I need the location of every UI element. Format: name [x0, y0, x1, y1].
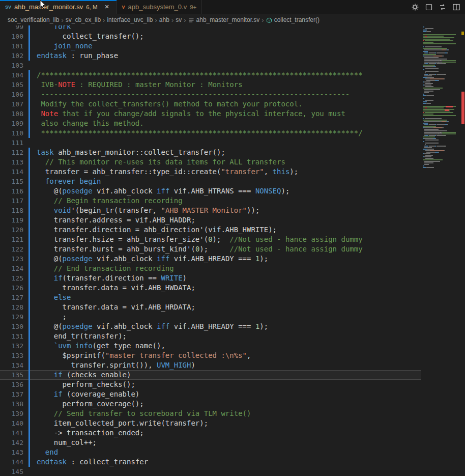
- split-editor-icon[interactable]: [452, 3, 460, 11]
- line-number[interactable]: 131: [0, 331, 23, 341]
- line-number[interactable]: 118: [0, 206, 23, 215]
- line-number[interactable]: 112: [0, 148, 23, 157]
- breadcrumb-item[interactable]: soc_verification_lib: [8, 16, 59, 23]
- line-number[interactable]: 103: [0, 61, 23, 70]
- line-number[interactable]: 139: [0, 409, 23, 418]
- code-line-119[interactable]: 119 transfer.address = vif.AHB_HADDR;: [0, 215, 465, 225]
- breadcrumb-item[interactable]: ahb: [159, 16, 169, 23]
- line-number[interactable]: 104: [0, 70, 23, 80]
- line-number[interactable]: 121: [0, 235, 23, 244]
- code-line-128[interactable]: 128 transfer.data = vif.AHB_HRDATA;: [0, 302, 465, 312]
- code-line-125[interactable]: 125 if(transfer.direction == WRITE): [0, 273, 465, 283]
- code-line-115[interactable]: 115 forever begin: [0, 177, 465, 186]
- code-line-140[interactable]: 140 item_collected_port.write(transfer);: [0, 418, 465, 428]
- code-line-114[interactable]: 114 transfer = ahb_transfer::type_id::cr…: [0, 167, 465, 177]
- line-number[interactable]: 125: [0, 273, 23, 283]
- tab-apb-subsystem[interactable]: V apb_subsystem_0.v 9+: [117, 0, 202, 14]
- line-number[interactable]: 123: [0, 254, 23, 264]
- code-line-126[interactable]: 126 transfer.data = vif.AHB_HWDATA;: [0, 283, 465, 293]
- code-line-112[interactable]: 112task ahb_master_monitor::collect_tran…: [0, 148, 465, 157]
- line-number[interactable]: 128: [0, 302, 23, 312]
- line-number[interactable]: 114: [0, 167, 23, 177]
- code-line-113[interactable]: 113 // This monitor re-uses its data ite…: [0, 157, 465, 167]
- code-line-101[interactable]: 101 join_none: [0, 41, 465, 51]
- line-number[interactable]: 102: [0, 51, 23, 61]
- code-line-133[interactable]: 133 $psprintf("master transfer collected…: [0, 351, 465, 360]
- code-line-121[interactable]: 121 transfer.hsize = ahb_transfer_size'(…: [0, 235, 465, 244]
- code-line-111[interactable]: 111: [0, 138, 465, 148]
- line-number[interactable]: 134: [0, 360, 23, 370]
- code-line-109[interactable]: 109 also change this method.: [0, 119, 465, 128]
- line-number[interactable]: 137: [0, 389, 23, 399]
- breadcrumb-item[interactable]: ahb_master_monitor.sv: [196, 16, 260, 23]
- line-number[interactable]: 111: [0, 138, 23, 148]
- code-line-137[interactable]: 137 if (coverage_enable): [0, 389, 465, 399]
- code-line-108[interactable]: 108 Note that if you change/add signals …: [0, 109, 465, 119]
- line-number[interactable]: 141: [0, 428, 23, 438]
- code-line-123[interactable]: 123 @(posedge vif.ahb_clock iff vif.AHB_…: [0, 254, 465, 264]
- code-line-145[interactable]: 145: [0, 467, 465, 476]
- code-line-110[interactable]: 110 ************************************…: [0, 128, 465, 138]
- code-line-104[interactable]: 104/************************************…: [0, 70, 465, 80]
- code-line-134[interactable]: 134 transfer.sprint()), UVM_HIGH): [0, 360, 465, 370]
- line-number[interactable]: 108: [0, 109, 23, 119]
- code-line-138[interactable]: 138 perform_coverage();: [0, 399, 465, 409]
- line-number[interactable]: 142: [0, 438, 23, 447]
- breadcrumb-item[interactable]: sv_cb_ex_lib: [66, 16, 101, 23]
- toggle-layout-icon[interactable]: [425, 3, 433, 11]
- code-editor[interactable]: 99 fork100 collect_transfer();101 join_n…: [0, 25, 465, 476]
- line-number[interactable]: 100: [0, 32, 23, 41]
- code-line-131[interactable]: 131 end_tr(transfer);: [0, 331, 465, 341]
- line-number[interactable]: 117: [0, 196, 23, 206]
- code-line-99[interactable]: 99 fork: [0, 25, 465, 32]
- code-line-144[interactable]: 144endtask : collect_transfer: [0, 457, 465, 467]
- line-number[interactable]: 119: [0, 215, 23, 225]
- line-number[interactable]: 101: [0, 41, 23, 51]
- line-number[interactable]: 99: [0, 25, 23, 32]
- breadcrumb-item[interactable]: sv: [176, 16, 182, 23]
- close-icon[interactable]: ×: [103, 3, 111, 11]
- code-line-139[interactable]: 139 // Send transfer to scoreboard via T…: [0, 409, 465, 418]
- code-line-129[interactable]: 129 ;: [0, 312, 465, 322]
- minimap[interactable]: [421, 25, 465, 476]
- line-number[interactable]: 129: [0, 312, 23, 322]
- line-number[interactable]: 136: [0, 380, 23, 389]
- line-number[interactable]: 113: [0, 157, 23, 167]
- line-number[interactable]: 140: [0, 418, 23, 428]
- code-line-100[interactable]: 100 collect_transfer();: [0, 32, 465, 41]
- line-number[interactable]: 110: [0, 128, 23, 138]
- breadcrumb-item[interactable]: collect_transfer(): [274, 16, 319, 23]
- line-number[interactable]: 124: [0, 264, 23, 273]
- tab-ahb-master-monitor[interactable]: SV ahb_master_monitor.sv 6, M ×: [0, 0, 117, 14]
- line-number[interactable]: 106: [0, 90, 23, 99]
- code-line-141[interactable]: 141 -> transaction_ended;: [0, 428, 465, 438]
- line-number[interactable]: 105: [0, 80, 23, 90]
- settings-gear-icon[interactable]: [411, 3, 419, 11]
- code-line-120[interactable]: 120 transfer.direction = ahb_direction'(…: [0, 225, 465, 235]
- line-number[interactable]: 127: [0, 293, 23, 302]
- code-line-136[interactable]: 136 perform_checks();: [0, 380, 465, 389]
- code-line-105[interactable]: 105 IVB-NOTE : REQUIRED : master Monitor…: [0, 80, 465, 90]
- switch-editors-icon[interactable]: [439, 3, 447, 11]
- code-line-122[interactable]: 122 transfer.burst = ahb_burst_kind'(0);…: [0, 244, 465, 254]
- code-line-116[interactable]: 116 @(posedge vif.ahb_clock iff vif.AHB_…: [0, 186, 465, 196]
- code-line-103[interactable]: 103: [0, 61, 465, 70]
- code-line-135[interactable]: 135 if (checks_enable): [0, 370, 465, 380]
- code-line-132[interactable]: 132 `uvm_info(get_type_name(),: [0, 341, 465, 351]
- code-line-127[interactable]: 127 else: [0, 293, 465, 302]
- code-line-124[interactable]: 124 // End transaction recording: [0, 264, 465, 273]
- code-line-107[interactable]: 107 Modify the collect_transfers() metho…: [0, 99, 465, 109]
- overview-ruler[interactable]: [460, 25, 465, 476]
- code-line-118[interactable]: 118 void'(begin_tr(transfer, "AHB MASTER…: [0, 206, 465, 215]
- line-number[interactable]: 143: [0, 447, 23, 457]
- line-number[interactable]: 120: [0, 225, 23, 235]
- line-number[interactable]: 132: [0, 341, 23, 351]
- line-number[interactable]: 138: [0, 399, 23, 409]
- line-number[interactable]: 115: [0, 177, 23, 186]
- line-number[interactable]: 126: [0, 283, 23, 293]
- breadcrumb-item[interactable]: interface_uvc_lib: [107, 16, 153, 23]
- line-number[interactable]: 109: [0, 119, 23, 128]
- line-number[interactable]: 144: [0, 457, 23, 467]
- line-number[interactable]: 116: [0, 186, 23, 196]
- line-number[interactable]: 130: [0, 322, 23, 331]
